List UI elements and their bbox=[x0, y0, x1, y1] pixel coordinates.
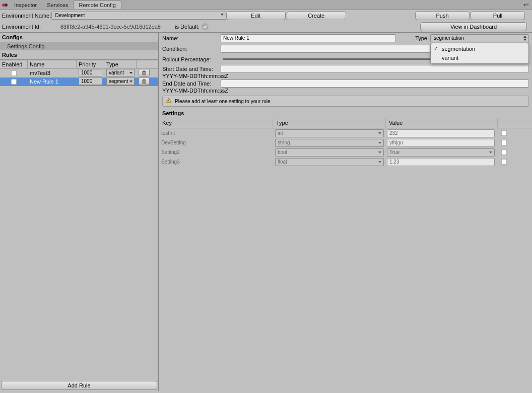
setting-value-input[interactable]: True bbox=[387, 148, 495, 156]
col-key[interactable]: Key bbox=[159, 118, 273, 128]
env-name-row: Environment Name: Development Edit Creat… bbox=[0, 10, 532, 21]
setting-key: testInt bbox=[159, 129, 273, 138]
env-id-label: Environment Id: bbox=[2, 24, 60, 30]
end-row: End Date and Time: bbox=[159, 79, 532, 88]
tab-remote-config[interactable]: Remote Config bbox=[73, 1, 121, 9]
start-row: Start Date and Time: bbox=[159, 64, 532, 73]
col-delete bbox=[137, 60, 152, 68]
setting-type-select[interactable]: string bbox=[275, 139, 384, 147]
push-button[interactable]: Push bbox=[415, 11, 470, 20]
col-check bbox=[498, 118, 516, 128]
start-input[interactable] bbox=[221, 65, 529, 73]
setting-checkbox[interactable] bbox=[501, 149, 507, 155]
edit-button[interactable]: Edit bbox=[226, 11, 286, 20]
settings-row: Setting3float1.23 bbox=[159, 157, 532, 167]
tab-inspector[interactable]: Inspector bbox=[9, 1, 42, 9]
setting-type-select[interactable]: float bbox=[275, 158, 384, 166]
end-label: End Date and Time: bbox=[162, 81, 221, 87]
name-row: Name: Type segmentation segmentation var… bbox=[159, 33, 532, 43]
dropdown-item-variant[interactable]: variant bbox=[431, 53, 528, 62]
start-label: Start Date and Time: bbox=[162, 66, 221, 72]
setting-checkbox[interactable] bbox=[501, 130, 507, 136]
tab-bar: Inspector Services Remote Config ▾≡ bbox=[0, 0, 532, 10]
start-hint: YYYY-MM-DDThh:mm:ssZ bbox=[162, 73, 228, 79]
env-name-select[interactable]: Development bbox=[51, 12, 226, 20]
create-button[interactable]: Create bbox=[287, 11, 346, 20]
view-dashboard-button[interactable]: View in Dashboard bbox=[420, 22, 527, 31]
settings-row: DevSettingstringythjgu bbox=[159, 138, 532, 147]
setting-checkbox[interactable] bbox=[501, 159, 507, 165]
col-value[interactable]: Value bbox=[386, 118, 498, 128]
setting-value-input[interactable]: 232 bbox=[387, 129, 495, 137]
condition-label: Condition: bbox=[162, 46, 221, 52]
end-hint: YYYY-MM-DDThh:mm:ssZ bbox=[162, 88, 228, 94]
settings-config-item[interactable]: Settings Config bbox=[0, 42, 158, 50]
rules-header: Rules bbox=[0, 50, 158, 60]
col-enabled[interactable]: Enabled bbox=[0, 60, 28, 68]
rules-table-header: Enabled Name Priority Type bbox=[0, 60, 158, 69]
setting-key: Setting3 bbox=[159, 158, 273, 167]
type-dropdown-menu: segmentation variant bbox=[430, 43, 529, 64]
env-id-row: Environment Id: 83fff3e2-a945-4601-9ccc-… bbox=[0, 21, 532, 32]
delete-rule-button[interactable] bbox=[139, 69, 150, 76]
rule-row[interactable]: New Rule 1 1000 segment bbox=[0, 77, 158, 86]
rule-name: mvTest3 bbox=[28, 69, 77, 77]
rule-name: New Rule 1 bbox=[28, 77, 77, 86]
rule-row[interactable]: mvTest3 1000 variant bbox=[0, 69, 158, 77]
settings-table-head: Key Type Value bbox=[159, 118, 532, 128]
type-select[interactable]: variant bbox=[106, 69, 135, 76]
setting-value-input[interactable]: ythjgu bbox=[387, 139, 495, 147]
rule-enabled-checkbox[interactable] bbox=[11, 79, 17, 85]
settings-row: Setting2boolTrue bbox=[159, 147, 532, 157]
is-default-label: is Default: bbox=[175, 24, 200, 30]
add-rule-button[interactable]: Add Rule bbox=[1, 381, 157, 390]
left-panel: Configs Settings Config Rules Enabled Na… bbox=[0, 33, 159, 391]
setting-type-select[interactable]: int bbox=[275, 129, 384, 137]
rule-enabled-checkbox[interactable] bbox=[11, 70, 17, 76]
svg-rect-2 bbox=[168, 100, 169, 101]
lock-icon bbox=[2, 2, 8, 8]
settings-header: Settings bbox=[159, 109, 532, 118]
svg-point-1 bbox=[5, 4, 8, 7]
col-priority[interactable]: Priority bbox=[77, 60, 104, 68]
name-input[interactable] bbox=[221, 34, 396, 42]
type-select[interactable]: segment bbox=[106, 77, 135, 85]
priority-input[interactable]: 1000 bbox=[79, 77, 102, 85]
end-input[interactable] bbox=[221, 80, 529, 88]
col-type[interactable]: Type bbox=[104, 60, 137, 68]
name-label: Name: bbox=[162, 35, 221, 41]
delete-rule-button[interactable] bbox=[139, 77, 150, 85]
options-icon[interactable]: ▾≡ bbox=[523, 2, 529, 8]
env-name-label: Environment Name: bbox=[2, 13, 51, 19]
right-panel: Name: Type segmentation segmentation var… bbox=[159, 33, 532, 391]
warning-text: Please add at least one setting to your … bbox=[175, 99, 271, 104]
env-id-value: 83fff3e2-a945-4601-9ccc-5e9d16d12ea8 bbox=[60, 24, 161, 30]
setting-key: Setting2 bbox=[159, 148, 273, 157]
tab-services[interactable]: Services bbox=[42, 1, 73, 9]
warning-icon bbox=[166, 98, 172, 105]
setting-checkbox[interactable] bbox=[501, 140, 507, 146]
type-label: Type bbox=[415, 35, 427, 41]
col-type[interactable]: Type bbox=[273, 118, 386, 128]
priority-input[interactable]: 1000 bbox=[79, 69, 102, 76]
col-name[interactable]: Name bbox=[28, 60, 77, 68]
pull-button[interactable]: Pull bbox=[471, 11, 525, 20]
rollout-label: Rollout Percentage: bbox=[162, 56, 221, 62]
settings-row: testIntint232 bbox=[159, 128, 532, 138]
is-default-check-icon bbox=[202, 23, 209, 30]
setting-type-select[interactable]: bool bbox=[275, 148, 384, 156]
warning-box: Please add at least one setting to your … bbox=[162, 96, 529, 107]
configs-header: Configs bbox=[0, 33, 158, 42]
svg-rect-3 bbox=[168, 102, 169, 102]
setting-value-input[interactable]: 1.23 bbox=[387, 158, 495, 166]
setting-key: DevSetting bbox=[159, 138, 273, 147]
dropdown-item-segmentation[interactable]: segmentation bbox=[431, 44, 528, 53]
type-dropdown[interactable]: segmentation bbox=[430, 34, 529, 42]
